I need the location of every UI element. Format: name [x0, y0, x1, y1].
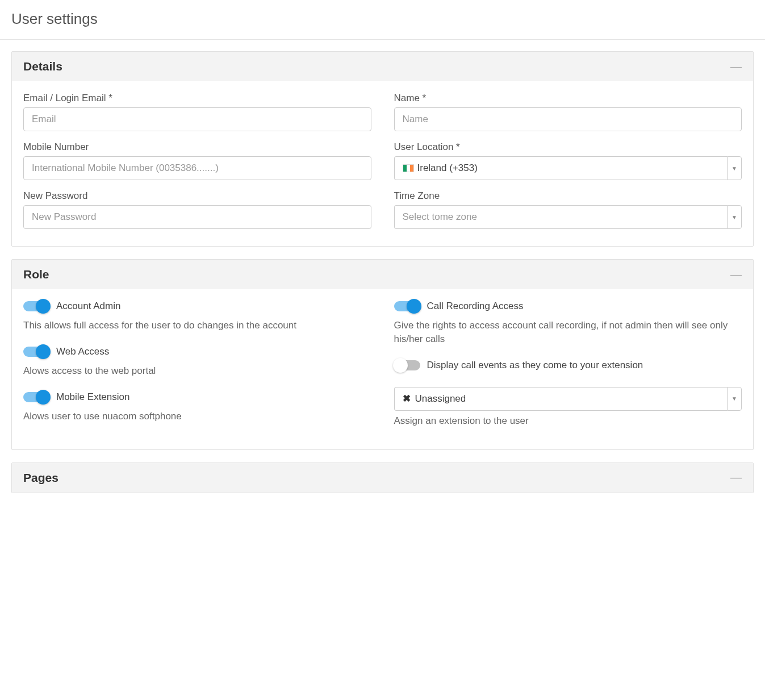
toggle-account-admin[interactable] — [23, 301, 49, 311]
collapse-icon: — — [730, 60, 742, 73]
timezone-placeholder: Select tome zone — [403, 211, 477, 223]
name-label: Name * — [394, 93, 742, 104]
collapse-icon: — — [730, 471, 742, 484]
toggle-mobile-extension[interactable] — [23, 392, 49, 402]
password-label: New Password — [23, 190, 371, 202]
panel-role-header[interactable]: Role — — [12, 260, 753, 289]
call-recording-help: Give the rights to access account call r… — [394, 319, 742, 346]
mobile-extension-help: Alows user to use nuacom softphone — [23, 410, 371, 423]
mobile-extension-label: Mobile Extension — [56, 391, 129, 403]
toggle-web-access[interactable] — [23, 347, 49, 357]
email-field[interactable] — [23, 107, 371, 131]
name-field[interactable] — [394, 107, 742, 131]
collapse-icon: — — [730, 268, 742, 281]
location-select[interactable]: Ireland (+353) ▼ — [394, 156, 742, 180]
panel-role: Role — Account Admin This allows full ac… — [11, 259, 754, 450]
flag-ireland-icon — [403, 164, 414, 172]
account-admin-label: Account Admin — [56, 301, 120, 312]
call-recording-label: Call Recording Access — [427, 301, 524, 312]
chevron-down-icon: ▼ — [727, 156, 742, 180]
account-admin-help: This allows full access for the user to … — [23, 319, 371, 332]
close-icon[interactable]: ✖ — [403, 393, 411, 405]
location-label: User Location * — [394, 141, 742, 153]
chevron-down-icon: ▼ — [727, 387, 742, 411]
timezone-select[interactable]: Select tome zone ▼ — [394, 205, 742, 229]
content: Details — Email / Login Email * Name * M… — [0, 40, 765, 505]
extension-help: Assign an extension to the user — [394, 415, 742, 427]
password-field[interactable] — [23, 205, 371, 229]
panel-role-title: Role — [23, 268, 49, 281]
location-value: Ireland (+353) — [417, 163, 478, 174]
page-title: User settings — [11, 10, 754, 28]
toggle-display-events[interactable] — [394, 360, 420, 370]
display-events-label: Display call events as they come to your… — [427, 360, 643, 371]
extension-select[interactable]: ✖ Unassigned ▼ — [394, 387, 742, 411]
extension-value: Unassigned — [415, 393, 466, 405]
web-access-help: Alows access to the web portal — [23, 364, 371, 378]
page-header: User settings — [0, 0, 765, 40]
panel-details-body: Email / Login Email * Name * Mobile Numb… — [12, 81, 753, 246]
panel-pages-title: Pages — [23, 471, 58, 485]
mobile-label: Mobile Number — [23, 141, 371, 153]
panel-details: Details — Email / Login Email * Name * M… — [11, 51, 754, 247]
panel-pages-header[interactable]: Pages — — [12, 463, 753, 493]
toggle-call-recording[interactable] — [394, 301, 420, 311]
email-label: Email / Login Email * — [23, 93, 371, 104]
mobile-field[interactable] — [23, 156, 371, 180]
panel-pages: Pages — — [11, 463, 754, 493]
timezone-label: Time Zone — [394, 190, 742, 202]
panel-details-title: Details — [23, 60, 62, 73]
web-access-label: Web Access — [56, 346, 109, 357]
panel-role-body: Account Admin This allows full access fo… — [12, 289, 753, 449]
chevron-down-icon: ▼ — [727, 205, 742, 229]
panel-details-header[interactable]: Details — — [12, 52, 753, 81]
